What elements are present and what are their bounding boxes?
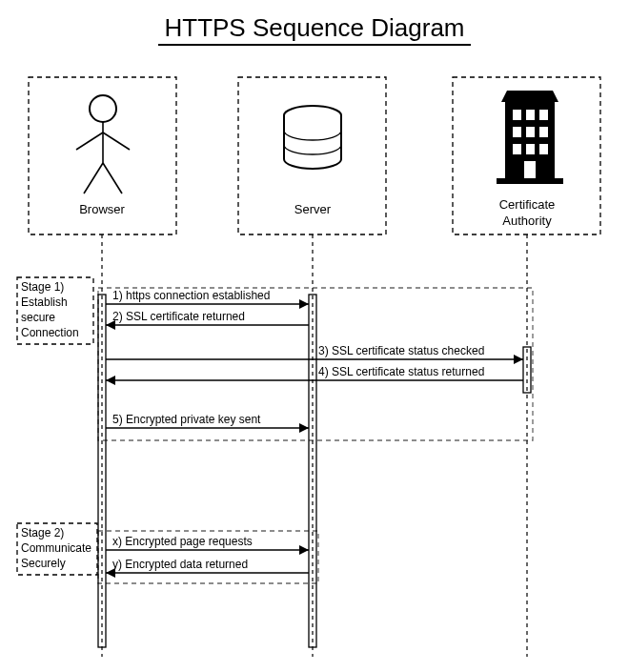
building-icon <box>497 91 563 184</box>
stage1-line1: Stage 1) <box>21 280 64 294</box>
label-m3: 3) SSL certificate status checked <box>318 344 484 357</box>
ca-activation <box>523 347 531 393</box>
svg-point-0 <box>90 95 116 122</box>
svg-marker-25 <box>299 545 309 555</box>
stage2-line1: Stage 2) <box>21 526 64 540</box>
svg-marker-23 <box>106 376 115 385</box>
stage1-line3: secure <box>21 311 55 324</box>
label-my: y) Encrypted data returned <box>112 558 248 571</box>
svg-rect-18 <box>539 144 548 154</box>
label-m4: 4) SSL certificate status returned <box>318 365 484 378</box>
svg-rect-12 <box>539 110 548 120</box>
browser-label: Browser <box>79 202 125 216</box>
svg-rect-10 <box>513 110 521 120</box>
svg-rect-17 <box>526 144 535 154</box>
svg-rect-19 <box>524 161 536 178</box>
label-m2: 2) SSL certificate returned <box>112 310 245 323</box>
svg-marker-22 <box>514 355 523 364</box>
stage2-line3: Securely <box>21 557 66 570</box>
svg-rect-13 <box>513 127 521 137</box>
stage1-line4: Connection <box>21 326 79 339</box>
sequence-diagram: Browser Server Certificate Authority Sta… <box>10 75 619 666</box>
svg-marker-9 <box>501 91 558 102</box>
svg-rect-14 <box>526 127 535 137</box>
svg-marker-20 <box>299 299 309 309</box>
stage1-line2: Establish <box>21 295 68 309</box>
diagram-title: HTTPS Sequence Diagram <box>10 13 619 43</box>
svg-line-5 <box>103 163 122 193</box>
svg-line-3 <box>103 132 130 150</box>
svg-rect-15 <box>539 127 548 137</box>
label-m1: 1) https connection established <box>112 289 270 302</box>
title-text: HTTPS Sequence Diagram <box>158 13 470 46</box>
person-icon <box>76 95 130 193</box>
label-m5: 5) Encrypted private key sent <box>112 413 261 426</box>
ca-label-2: Authority <box>502 214 552 228</box>
svg-rect-11 <box>526 110 535 120</box>
database-icon <box>284 106 341 169</box>
svg-marker-24 <box>299 423 309 433</box>
svg-rect-8 <box>497 178 563 184</box>
svg-line-2 <box>76 132 103 150</box>
svg-rect-16 <box>513 144 521 154</box>
server-label: Server <box>294 202 332 216</box>
svg-line-4 <box>84 163 103 193</box>
stage2-line2: Communicate <box>21 541 91 555</box>
label-mx: x) Encrypted page requests <box>112 535 253 548</box>
ca-label-1: Certificate <box>499 197 556 212</box>
